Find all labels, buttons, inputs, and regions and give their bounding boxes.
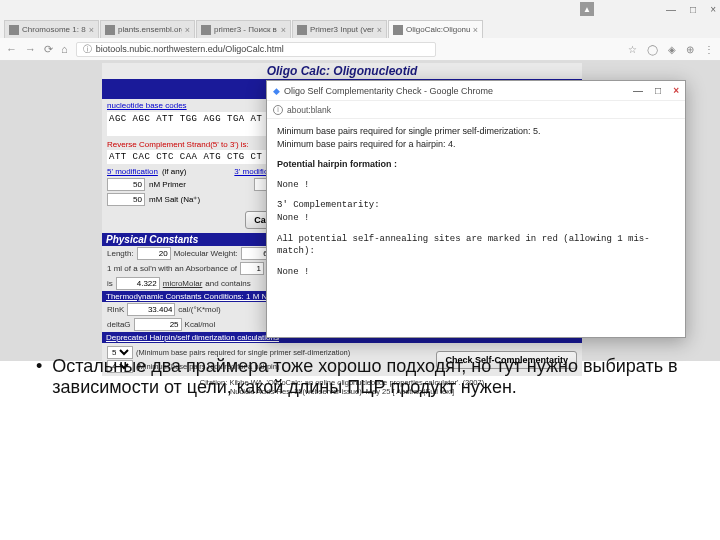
user-badge[interactable]: ▲ xyxy=(580,2,594,16)
url-text: biotools.nubic.northwestern.edu/OligoCal… xyxy=(96,44,284,54)
forward-icon[interactable]: → xyxy=(25,43,36,55)
reload-icon[interactable]: ⟳ xyxy=(44,43,53,56)
deltaG-output xyxy=(134,318,182,331)
bullet-text-content: Остальные два праймера тоже хорошо подхо… xyxy=(52,356,696,398)
bullet-icon: • xyxy=(36,356,42,398)
home-icon[interactable]: ⌂ xyxy=(61,43,68,55)
ext-icon[interactable]: ◯ xyxy=(647,44,658,55)
tab-google[interactable]: primer3 - Поиск в Goog× xyxy=(196,20,291,38)
menu-icon[interactable]: ⋮ xyxy=(704,44,714,55)
info-icon: i xyxy=(273,105,283,115)
window-minimize[interactable]: — xyxy=(666,4,676,15)
popup-address-bar[interactable]: i about:blank xyxy=(267,101,685,119)
tab-oligocalc[interactable]: OligoCalc:Oligonucleoti× xyxy=(388,20,483,38)
slide-bullet: • Остальные два праймера тоже хорошо под… xyxy=(36,356,696,398)
back-icon[interactable]: ← xyxy=(6,43,17,55)
close-icon[interactable]: × xyxy=(377,25,382,35)
ext-icon-2[interactable]: ◈ xyxy=(668,44,676,55)
tab-ensembl[interactable]: plants.ensembl.org/Vitis× xyxy=(100,20,195,38)
rlnk-output xyxy=(127,303,175,316)
favicon xyxy=(105,25,115,35)
mod5-link[interactable]: 5' modification xyxy=(107,167,158,176)
window-maximize[interactable]: □ xyxy=(690,4,696,15)
tab-chromosome[interactable]: Chromosome 1: 811,959× xyxy=(4,20,99,38)
length-output xyxy=(137,247,171,260)
favicon xyxy=(9,25,19,35)
app-title: Oligo Calc: Oligonucleotid xyxy=(102,63,582,79)
browser-chrome: ▲ — □ × Chromosome 1: 811,959× plants.en… xyxy=(0,0,720,61)
chrome-icon: ◆ xyxy=(273,86,280,96)
close-icon[interactable]: × xyxy=(281,25,286,35)
salt-input[interactable] xyxy=(107,193,145,206)
address-bar: ← → ⟳ ⌂ ⓘ biotools.nubic.northwestern.ed… xyxy=(0,38,720,60)
abs-input[interactable] xyxy=(240,262,264,275)
hairpin-header: Potential hairpin formation : xyxy=(277,158,675,171)
close-icon[interactable]: × xyxy=(473,25,478,35)
star-icon[interactable]: ☆ xyxy=(628,44,637,55)
popup-body: Minimum base pairs required for single p… xyxy=(267,119,685,284)
nm-primer-input[interactable] xyxy=(107,178,145,191)
popup-title-text: Oligo Self Complementarity Check - Googl… xyxy=(284,86,493,96)
info-icon: ⓘ xyxy=(83,43,92,56)
close-icon[interactable]: × xyxy=(89,25,94,35)
self-comp-popup: ◆ Oligo Self Complementarity Check - Goo… xyxy=(266,80,686,338)
favicon xyxy=(297,25,307,35)
close-icon[interactable]: × xyxy=(185,25,190,35)
favicon xyxy=(393,25,403,35)
tab-strip: Chromosome 1: 811,959× plants.ensembl.or… xyxy=(0,18,720,38)
molar-output xyxy=(116,277,160,290)
popup-minimize[interactable]: — xyxy=(633,85,643,96)
window-close[interactable]: × xyxy=(710,4,716,15)
tab-primer3[interactable]: Primer3 Input (version 0× xyxy=(292,20,387,38)
favicon xyxy=(201,25,211,35)
revcomp-label: Reverse Complement Strand(5' to 3') is: xyxy=(107,140,249,149)
popup-maximize[interactable]: □ xyxy=(655,85,661,96)
popup-close[interactable]: × xyxy=(673,85,679,96)
ext-icon-3[interactable]: ⊕ xyxy=(686,44,694,55)
url-input[interactable]: ⓘ biotools.nubic.northwestern.edu/OligoC… xyxy=(76,42,436,57)
base-codes-link[interactable]: nucleotide base codes xyxy=(107,101,187,110)
